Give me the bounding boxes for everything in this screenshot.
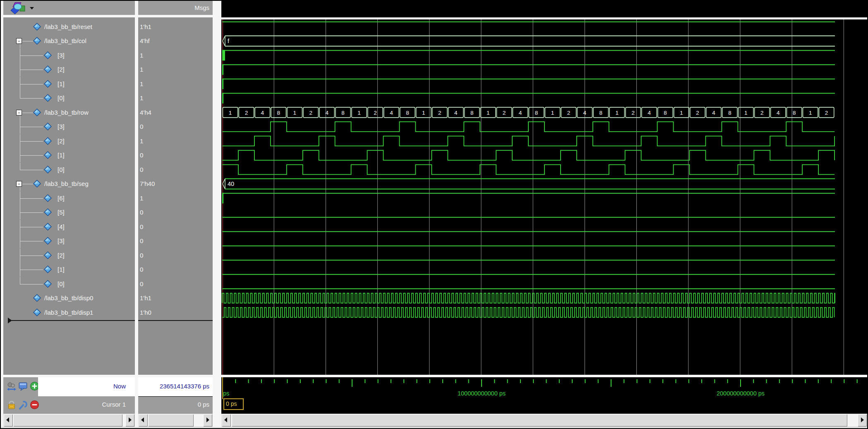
now-value-cell[interactable]: 236514143376 ps bbox=[138, 377, 213, 396]
signal-value-row[interactable]: 0 bbox=[138, 248, 213, 263]
now-row: Now bbox=[3, 377, 135, 397]
signal-value-row[interactable]: 1 bbox=[138, 134, 213, 148]
wrench-icon[interactable] bbox=[18, 400, 28, 412]
signal-row[interactable]: [0] bbox=[3, 277, 135, 291]
timeline-ruler-svg[interactable]: ps100000000000 ps200000000000 ps bbox=[221, 377, 867, 398]
signal-value-row[interactable]: 7'h40 bbox=[138, 177, 213, 191]
signal-row[interactable]: [3] bbox=[3, 234, 135, 248]
scroll-left-button[interactable] bbox=[4, 414, 13, 427]
signal-value-row[interactable]: 4'h4 bbox=[138, 106, 213, 120]
signal-value-row[interactable]: 0 bbox=[138, 220, 213, 234]
signal-value-label: 0 bbox=[140, 280, 143, 287]
signal-value-row[interactable]: 1'h1 bbox=[138, 20, 213, 34]
signal-value-row[interactable]: 1 bbox=[138, 77, 213, 91]
signal-row[interactable]: [1] bbox=[3, 263, 135, 277]
names-horizontal-scrollbar[interactable] bbox=[3, 414, 135, 427]
svg-text:1: 1 bbox=[744, 110, 748, 116]
scroll-right-button[interactable] bbox=[125, 414, 134, 427]
signal-row[interactable]: /lab3_bb_tb/disp1 bbox=[3, 306, 135, 320]
signal-row[interactable]: [3] bbox=[3, 48, 135, 63]
signal-value-row[interactable]: 1'h1 bbox=[138, 291, 213, 305]
scroll-left-button[interactable] bbox=[139, 414, 148, 427]
signal-name-label: [2] bbox=[58, 252, 65, 259]
signal-name-label: [4] bbox=[58, 223, 65, 230]
collapse-toggle[interactable]: - bbox=[16, 38, 22, 44]
wave-horizontal-scrollbar[interactable] bbox=[221, 414, 867, 427]
collapse-toggle[interactable]: - bbox=[16, 110, 22, 116]
svg-text:8: 8 bbox=[470, 110, 474, 116]
signal-value-row[interactable]: 0 bbox=[138, 120, 213, 134]
signal-row[interactable]: [2] bbox=[3, 248, 135, 263]
scrollbar-thumb[interactable] bbox=[232, 414, 847, 427]
tree-line bbox=[20, 170, 43, 170]
signal-values-panel[interactable]: 1'h14'hf11114'h401007'h4010000001'h11'h0 bbox=[138, 17, 213, 375]
values-horizontal-scrollbar[interactable] bbox=[138, 414, 213, 427]
delete-cursor-icon[interactable] bbox=[30, 400, 39, 411]
cursor-value-band[interactable]: 0 ps bbox=[221, 398, 867, 414]
scrollbar-thumb[interactable] bbox=[148, 414, 194, 427]
signal-row[interactable]: [2] bbox=[3, 63, 135, 77]
signal-diamond-icon bbox=[44, 208, 52, 216]
column-splitter-2[interactable] bbox=[213, 1, 221, 427]
signal-row[interactable]: [2] bbox=[3, 134, 135, 148]
tree-line bbox=[22, 41, 33, 41]
signal-value-row[interactable]: 1 bbox=[138, 191, 213, 205]
signal-value-label: 0 bbox=[140, 152, 143, 159]
signal-value-row[interactable]: 1'h0 bbox=[138, 306, 213, 320]
signal-value-row[interactable]: 1 bbox=[138, 91, 213, 105]
signal-row[interactable]: -/lab3_bb_tb/row bbox=[3, 106, 135, 120]
scrollbar-thumb[interactable] bbox=[13, 414, 122, 427]
signal-value-row[interactable]: 0 bbox=[138, 205, 213, 219]
signal-name-label: [2] bbox=[58, 137, 65, 145]
lock-icon[interactable] bbox=[7, 400, 17, 412]
signal-value-row[interactable]: 4'hf bbox=[138, 34, 213, 48]
signal-names-panel[interactable]: /lab3_bb_tb/reset-/lab3_bb_tb/col[3][2][… bbox=[3, 17, 135, 375]
svg-text:8: 8 bbox=[277, 110, 281, 116]
modelsim-logo-icon[interactable] bbox=[9, 2, 26, 16]
signal-value-row[interactable]: 0 bbox=[138, 263, 213, 277]
signal-value-row[interactable]: 1 bbox=[138, 63, 213, 77]
signal-value-row[interactable]: 0 bbox=[138, 277, 213, 291]
measure-icon[interactable] bbox=[7, 382, 17, 393]
cursor-time-box[interactable]: 0 ps bbox=[223, 398, 244, 410]
signal-row[interactable]: [1] bbox=[3, 77, 135, 91]
svg-text:4: 4 bbox=[261, 110, 264, 116]
svg-text:2: 2 bbox=[374, 110, 377, 116]
panel-icon[interactable] bbox=[18, 381, 28, 393]
cursor-row[interactable]: Cursor 1 bbox=[3, 397, 135, 414]
signal-value-row[interactable]: 0 bbox=[138, 163, 213, 177]
signal-value-label: 7'h40 bbox=[140, 180, 155, 187]
timeline-ruler[interactable]: ps100000000000 ps200000000000 ps bbox=[221, 377, 867, 398]
signal-row[interactable]: [0] bbox=[3, 163, 135, 177]
signal-row[interactable]: [3] bbox=[3, 120, 135, 134]
signal-row[interactable]: /lab3_bb_tb/reset bbox=[3, 20, 135, 34]
signal-row[interactable]: -/lab3_bb_tb/col bbox=[3, 34, 135, 48]
signal-diamond bbox=[44, 194, 52, 202]
scroll-left-button[interactable] bbox=[222, 414, 231, 427]
waveform-svg[interactable]: f124812481248124812481248124812481248124… bbox=[221, 19, 867, 375]
signal-name-label: /lab3_bb_tb/seg bbox=[44, 180, 89, 187]
waveform-canvas[interactable]: f124812481248124812481248124812481248124… bbox=[221, 19, 867, 375]
cursor-line-ruler[interactable] bbox=[222, 377, 223, 399]
now-label-cell[interactable]: Now bbox=[38, 377, 135, 396]
cursor-value: 0 ps bbox=[198, 401, 209, 408]
signal-row[interactable]: [1] bbox=[3, 148, 135, 162]
msgs-column-header[interactable]: Msgs bbox=[138, 1, 213, 15]
signal-value-row[interactable]: 1 bbox=[138, 48, 213, 63]
scroll-right-button[interactable] bbox=[858, 414, 867, 427]
signal-row[interactable]: [5] bbox=[3, 205, 135, 219]
wave-trace: f bbox=[223, 36, 835, 46]
column-splitter-1[interactable] bbox=[135, 1, 138, 427]
signal-value-row[interactable]: 0 bbox=[138, 148, 213, 162]
signal-value-label: 1'h0 bbox=[140, 309, 151, 316]
signal-row[interactable]: -/lab3_bb_tb/seg bbox=[3, 177, 135, 191]
msgs-header-label: Msgs bbox=[194, 4, 209, 11]
signal-row[interactable]: [4] bbox=[3, 220, 135, 234]
signal-row[interactable]: [0] bbox=[3, 91, 135, 105]
collapse-toggle[interactable]: - bbox=[16, 181, 22, 187]
scroll-right-button[interactable] bbox=[203, 414, 212, 427]
signal-value-row[interactable]: 0 bbox=[138, 234, 213, 248]
chevron-down-icon[interactable] bbox=[30, 7, 34, 10]
signal-row[interactable]: [6] bbox=[3, 191, 135, 205]
signal-row[interactable]: /lab3_bb_tb/disp0 bbox=[3, 291, 135, 305]
